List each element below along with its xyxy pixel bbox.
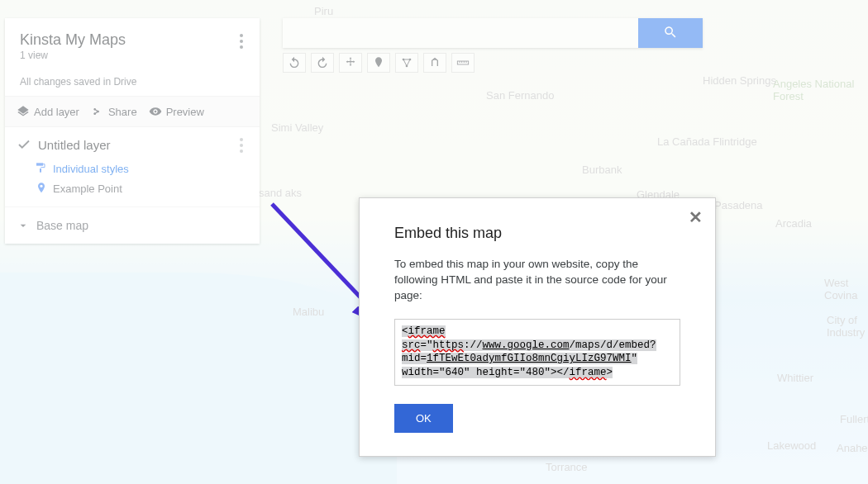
share-icon (91, 105, 104, 118)
search-icon (663, 25, 678, 42)
pan-button[interactable] (339, 53, 362, 73)
layer-options-icon[interactable] (231, 135, 251, 155)
ok-button[interactable]: OK (394, 404, 453, 433)
draw-line-button[interactable] (395, 53, 418, 73)
add-marker-button[interactable] (367, 53, 390, 73)
embed-dialog: ✕ Embed this map To embed this map in yo… (359, 197, 716, 457)
undo-button[interactable] (283, 53, 306, 73)
chevron-down-icon (17, 219, 30, 232)
share-label: Share (108, 106, 137, 118)
checkmark-icon (17, 137, 31, 152)
view-count: 1 view (20, 50, 246, 61)
svg-rect-0 (36, 163, 43, 165)
share-button[interactable]: Share (91, 105, 137, 118)
map-toolbar (283, 53, 475, 73)
dialog-title: Embed this map (394, 225, 680, 242)
paint-roller-icon (35, 162, 48, 175)
layer-row[interactable]: Untitled layer (5, 127, 260, 159)
add-layer-label: Add layer (34, 106, 79, 118)
panel-actions: Add layer Share Preview (5, 96, 260, 127)
embed-code-box[interactable]: <iframesrc="https://www.google.com/maps/… (394, 319, 680, 387)
search-button[interactable] (638, 18, 703, 48)
individual-styles-button[interactable]: Individual styles (5, 159, 260, 178)
base-map-toggle[interactable]: Base map (5, 206, 260, 244)
map-title: Kinsta My Maps (20, 31, 246, 49)
layers-icon (17, 105, 30, 118)
search-bar (283, 18, 703, 48)
map-editor-panel: Kinsta My Maps 1 view All changes saved … (5, 18, 260, 244)
layer-name: Untitled layer (38, 138, 111, 152)
directions-button[interactable] (423, 53, 446, 73)
close-icon[interactable]: ✕ (685, 208, 705, 228)
add-layer-button[interactable]: Add layer (17, 105, 79, 118)
redo-button[interactable] (311, 53, 334, 73)
styles-label: Individual styles (53, 163, 129, 175)
measure-button[interactable] (451, 53, 475, 73)
dialog-description: To embed this map in your own website, c… (394, 257, 680, 304)
svg-rect-5 (457, 61, 468, 64)
point-label: Example Point (53, 183, 122, 195)
base-map-label: Base map (36, 219, 88, 232)
save-status: All changes saved in Drive (20, 76, 246, 88)
point-item[interactable]: Example Point (5, 178, 260, 206)
preview-button[interactable]: Preview (149, 105, 204, 118)
eye-icon (149, 105, 162, 118)
preview-label: Preview (166, 106, 204, 118)
more-options-icon[interactable] (231, 31, 251, 51)
svg-rect-1 (40, 168, 41, 173)
search-input[interactable] (283, 18, 638, 48)
pin-icon (35, 182, 48, 195)
